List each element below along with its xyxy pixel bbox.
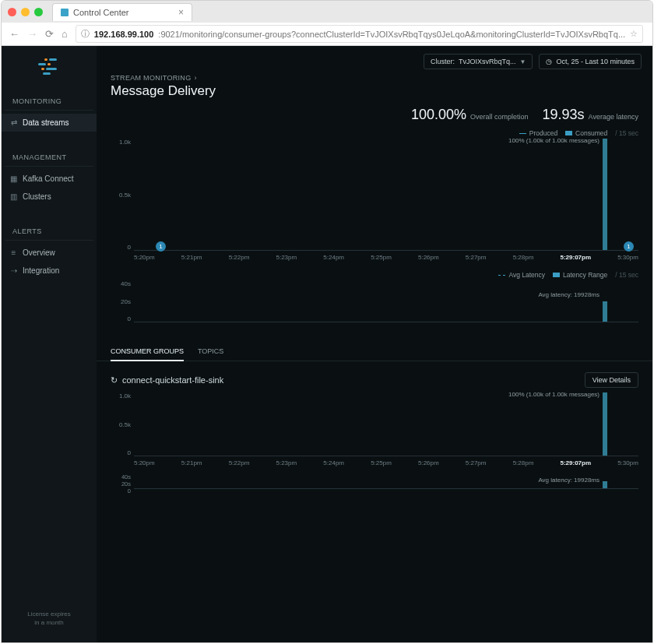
license-notice: License expires in a month bbox=[2, 600, 97, 642]
breadcrumb[interactable]: STREAM MONITORING › bbox=[111, 74, 638, 82]
minimize-window-icon[interactable] bbox=[21, 8, 30, 16]
tab-topics[interactable]: TOPICS bbox=[198, 347, 223, 361]
maximize-window-icon[interactable] bbox=[34, 8, 43, 16]
close-window-icon[interactable] bbox=[8, 8, 16, 16]
clock-icon: ◷ bbox=[546, 58, 552, 65]
overview-icon: ≡ bbox=[9, 248, 18, 257]
chevron-right-icon: › bbox=[194, 74, 196, 82]
y-axis: 1.0k 0.5k 0 bbox=[111, 139, 131, 251]
sidebar-item-data-streams[interactable]: ⇄ Data streams bbox=[2, 114, 97, 132]
app-root: MONITORING ⇄ Data streams MANAGEMENT ▦ K… bbox=[2, 46, 652, 642]
back-icon[interactable]: ← bbox=[9, 28, 19, 40]
clusters-icon: ▥ bbox=[9, 192, 18, 201]
tabs: CONSUMER GROUPS TOPICS bbox=[97, 336, 652, 361]
sidebar-item-overview[interactable]: ≡ Overview bbox=[2, 244, 97, 262]
url-input[interactable]: ⓘ 192.168.99.100 :9021/monitoring/consum… bbox=[76, 25, 643, 43]
sidebar-item-label: Integration bbox=[23, 266, 59, 275]
address-bar: ← → ⟳ ⌂ ⓘ 192.168.99.100 :9021/monitorin… bbox=[2, 23, 652, 46]
metrics-summary: 100.00% Overall completion 19.93s Averag… bbox=[97, 107, 652, 129]
group-messages-chart: 1.0k 0.5k 0 100% (1.00k of 1.00k message… bbox=[111, 392, 638, 470]
chart-annotation: 100% (1.00k of 1.00k messages) bbox=[508, 137, 600, 144]
window-controls bbox=[8, 8, 43, 16]
y-axis: 40s 20s 0 bbox=[111, 473, 131, 489]
url-host: 192.168.99.100 bbox=[94, 30, 153, 39]
browser-tab-bar: Control Center × bbox=[2, 1, 652, 23]
consumer-group-icon: ↻ bbox=[111, 375, 118, 385]
metric-completion: 100.00% Overall completion bbox=[411, 107, 529, 123]
chart-bar bbox=[603, 139, 607, 250]
browser-tab[interactable]: Control Center × bbox=[52, 3, 192, 21]
sidebar: MONITORING ⇄ Data streams MANAGEMENT ▦ K… bbox=[2, 46, 97, 642]
timerange-selector[interactable]: ◷ Oct, 25 - Last 10 minutes bbox=[539, 54, 642, 69]
consumer-group-name: ↻ connect-quickstart-file-sink bbox=[111, 375, 223, 385]
chevron-down-icon: ▼ bbox=[520, 58, 526, 65]
chart-bar bbox=[603, 301, 607, 322]
sidebar-item-label: Kafka Connect bbox=[23, 174, 74, 183]
y-axis: 1.0k 0.5k 0 bbox=[111, 392, 131, 456]
chart-bar bbox=[603, 392, 607, 456]
x-axis: 5:20pm 5:21pm 5:22pm 5:23pm 5:24pm 5:25p… bbox=[134, 254, 638, 265]
url-path: :9021/monitoring/consumer-groups?connect… bbox=[158, 30, 625, 39]
tab-close-icon[interactable]: × bbox=[178, 7, 184, 18]
metric-label: Overall completion bbox=[470, 113, 529, 121]
metric-latency: 19.93s Average latency bbox=[543, 107, 638, 123]
browser-window: Control Center × ← → ⟳ ⌂ ⓘ 192.168.99.10… bbox=[1, 0, 653, 643]
kafka-connect-icon: ▦ bbox=[9, 174, 18, 183]
info-icon: ⓘ bbox=[81, 28, 90, 40]
alert-badge[interactable]: 1 bbox=[156, 241, 166, 252]
latency-chart: 40s 20s 0 Avg latency: 19928ms bbox=[111, 280, 638, 336]
data-streams-icon: ⇄ bbox=[9, 118, 18, 127]
tab-consumer-groups[interactable]: CONSUMER GROUPS bbox=[111, 347, 184, 361]
y-axis: 40s 20s 0 bbox=[111, 280, 131, 322]
sidebar-item-kafka-connect[interactable]: ▦ Kafka Connect bbox=[2, 170, 97, 188]
group-latency-chart: 40s 20s 0 Avg latency: 19928ms bbox=[111, 473, 638, 503]
view-details-button[interactable]: View Details bbox=[585, 372, 638, 388]
page-header: STREAM MONITORING › Message Delivery bbox=[97, 69, 652, 107]
metric-label: Average latency bbox=[589, 113, 638, 121]
avg-latency-swatch-icon bbox=[498, 275, 505, 276]
consumer-group-header: ↻ connect-quickstart-file-sink View Deta… bbox=[97, 361, 652, 391]
chart-legend-latency: Avg Latency Latency Range / 15 sec bbox=[111, 271, 638, 279]
sidebar-item-label: Clusters bbox=[23, 192, 51, 201]
sidebar-item-label: Overview bbox=[23, 248, 55, 257]
chart-annotation: Avg latency: 19928ms bbox=[538, 477, 600, 484]
bookmark-icon[interactable]: ☆ bbox=[630, 29, 638, 39]
chart-bar bbox=[603, 481, 607, 489]
chart-annotation: Avg latency: 19928ms bbox=[538, 291, 600, 298]
metric-value: 19.93s bbox=[543, 107, 585, 123]
alert-badge[interactable]: 1 bbox=[624, 241, 634, 252]
home-icon[interactable]: ⌂ bbox=[62, 28, 68, 40]
tab-title: Control Center bbox=[73, 8, 129, 17]
chart-annotation: 100% (1.00k of 1.00k messages) bbox=[508, 391, 600, 398]
metric-value: 100.00% bbox=[411, 107, 466, 123]
favicon-icon bbox=[61, 9, 69, 16]
sidebar-item-clusters[interactable]: ▥ Clusters bbox=[2, 188, 97, 206]
integration-icon: ⇢ bbox=[9, 266, 18, 275]
section-monitoring: MONITORING bbox=[5, 88, 93, 111]
section-alerts: ALERTS bbox=[5, 218, 93, 241]
produced-swatch-icon bbox=[519, 133, 526, 134]
cluster-label: Cluster: bbox=[431, 58, 455, 65]
latency-range-swatch-icon bbox=[553, 273, 560, 277]
section-management: MANAGEMENT bbox=[5, 144, 93, 167]
sidebar-item-label: Data streams bbox=[23, 118, 69, 127]
reload-icon[interactable]: ⟳ bbox=[45, 28, 54, 40]
chart-legend-messages: Produced Consumed / 15 sec bbox=[111, 129, 638, 137]
sidebar-item-integration[interactable]: ⇢ Integration bbox=[2, 262, 97, 280]
page-title: Message Delivery bbox=[111, 83, 638, 99]
logo bbox=[2, 46, 97, 88]
main-content: Cluster: TvJOIXsvRbqTq... ▼ ◷ Oct, 25 - … bbox=[97, 46, 652, 642]
messages-chart: 1.0k 0.5k 0 100% (1.00k of 1.00k message… bbox=[111, 139, 638, 265]
consumed-swatch-icon bbox=[565, 131, 572, 135]
forward-icon[interactable]: → bbox=[27, 28, 37, 40]
cluster-selector[interactable]: Cluster: TvJOIXsvRbqTq... ▼ bbox=[424, 54, 533, 69]
x-axis: 5:20pm 5:21pm 5:22pm 5:23pm 5:24pm 5:25p… bbox=[134, 459, 638, 470]
browser-menu-icon[interactable]: ⋮ bbox=[651, 28, 654, 40]
cluster-value: TvJOIXsvRbqTq... bbox=[459, 58, 516, 65]
topbar: Cluster: TvJOIXsvRbqTq... ▼ ◷ Oct, 25 - … bbox=[97, 46, 652, 69]
timerange-value: Oct, 25 - Last 10 minutes bbox=[556, 58, 635, 65]
